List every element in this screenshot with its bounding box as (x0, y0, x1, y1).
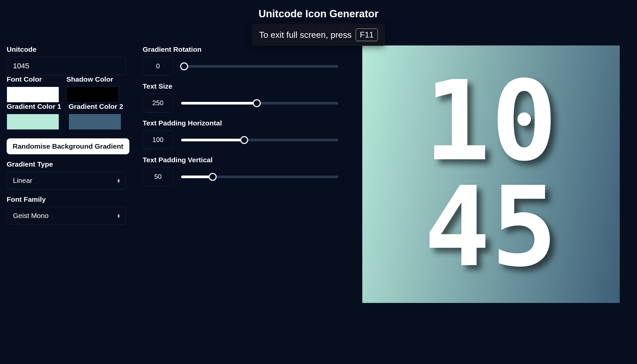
gradient-rotation-label: Gradient Rotation (143, 45, 338, 53)
gradient-color-2-label: Gradient Color 2 (69, 103, 123, 110)
text-size-slider[interactable] (181, 102, 338, 105)
chevron-up-down-icon: ▴▾ (117, 178, 120, 183)
text-size-input[interactable] (143, 94, 173, 112)
keycap-f11: F11 (356, 29, 378, 41)
icon-preview: 10 45 (362, 45, 620, 303)
font-color-swatch[interactable] (7, 87, 59, 103)
slider-thumb[interactable] (180, 62, 188, 70)
text-size-label: Text Size (143, 82, 338, 90)
shadow-color-swatch[interactable] (66, 87, 119, 103)
font-family-value: Geist Mono (13, 212, 48, 220)
gradient-color-2-swatch[interactable] (69, 114, 121, 130)
gradient-color-1-swatch[interactable] (7, 114, 59, 130)
unitcode-input[interactable] (7, 57, 126, 75)
slider-thumb[interactable] (209, 173, 217, 181)
gradient-color-1-label: Gradient Color 1 (7, 103, 61, 110)
font-family-select[interactable]: Geist Mono ▴▾ (7, 207, 126, 225)
gradient-rotation-slider[interactable] (181, 65, 338, 68)
gradient-rotation-input[interactable] (143, 57, 173, 76)
fullscreen-exit-hint: To exit full screen, press F11 (252, 24, 385, 46)
text-padding-horizontal-slider[interactable] (181, 139, 338, 141)
randomise-gradient-button[interactable]: Randomise Background Gradient (7, 138, 129, 154)
text-padding-vertical-input[interactable] (143, 167, 173, 186)
slider-thumb[interactable] (240, 136, 248, 144)
font-color-label: Font Color (7, 75, 59, 83)
unitcode-label: Unitcode (7, 45, 129, 53)
fullscreen-exit-text: To exit full screen, press (259, 30, 352, 40)
page-title: Unitcode Icon Generator (7, 8, 630, 20)
text-padding-horizontal-label: Text Padding Horizontal (143, 119, 338, 127)
icon-preview-text: 10 45 (424, 68, 558, 280)
gradient-type-value: Linear (13, 177, 32, 184)
text-padding-vertical-slider[interactable] (181, 176, 338, 178)
text-padding-vertical-label: Text Padding Vertical (143, 156, 338, 164)
preview-line-2: 45 (424, 174, 558, 280)
font-family-label: Font Family (7, 195, 129, 203)
slider-thumb[interactable] (253, 99, 261, 107)
preview-line-1: 10 (424, 68, 558, 174)
text-padding-horizontal-input[interactable] (143, 130, 173, 149)
chevron-up-down-icon: ▴▾ (117, 213, 120, 218)
gradient-type-select[interactable]: Linear ▴▾ (7, 172, 126, 189)
shadow-color-label: Shadow Color (66, 75, 119, 83)
gradient-type-label: Gradient Type (7, 160, 129, 168)
